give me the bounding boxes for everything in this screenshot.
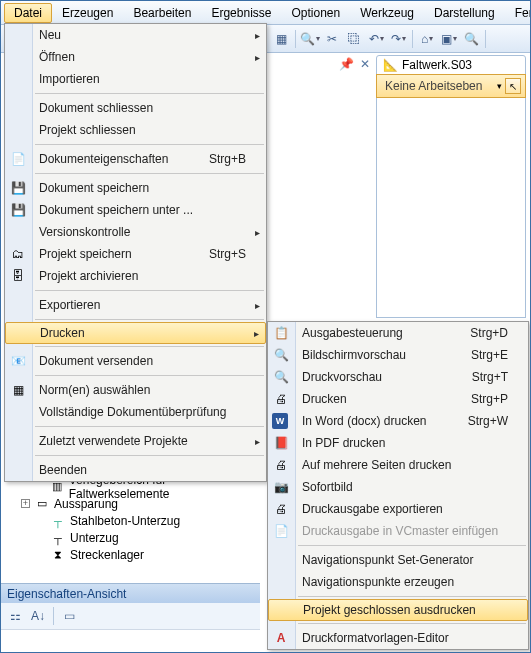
- file-menu: Neu▸ Öffnen▸ Importieren Dokument schlie…: [4, 23, 267, 482]
- save-as-icon: 💾: [9, 201, 27, 219]
- line-support-icon: ⧗: [50, 549, 66, 561]
- submenu-navigationspunkte-erzeugen[interactable]: Navigationspunkte erzeugen: [268, 571, 528, 593]
- menu-item-oeffnen[interactable]: Öffnen▸: [5, 46, 266, 68]
- menu-item-zuletzt-verwendete[interactable]: Zuletzt verwendete Projekte▸: [5, 430, 266, 452]
- workplane-selector[interactable]: Keine Arbeitseben ▾ ↖: [376, 74, 526, 98]
- submenu-druckformatvorlagen-editor[interactable]: A Druckformatvorlagen-Editor: [268, 627, 528, 649]
- props-categorize-icon[interactable]: ⚏: [5, 606, 25, 626]
- submenu-arrow-icon: ▸: [255, 436, 260, 447]
- tree-expand-icon[interactable]: +: [21, 499, 30, 508]
- tree-row[interactable]: ┬ Unterzug: [5, 529, 261, 546]
- pdf-icon: 📕: [272, 434, 290, 452]
- submenu-in-pdf-drucken[interactable]: 📕 In PDF drucken: [268, 432, 528, 454]
- menu-item-dokumenteigenschaften[interactable]: 📄 Dokumenteigenschaften Strg+B: [5, 148, 266, 170]
- menu-bearbeiten[interactable]: Bearbeiten: [123, 3, 201, 23]
- output-control-icon: 📋: [272, 324, 290, 342]
- menu-item-normen-auswaehlen[interactable]: ▦ Norm(en) auswählen: [5, 379, 266, 401]
- close-icon[interactable]: ✕: [360, 57, 370, 71]
- workplane-label: Keine Arbeitseben: [381, 79, 497, 93]
- menu-fenster[interactable]: Fenster: [505, 3, 531, 23]
- snapshot-icon: 📷: [272, 478, 290, 496]
- multi-page-icon: 🖨: [272, 456, 290, 474]
- menu-optionen[interactable]: Optionen: [281, 3, 350, 23]
- document-tab[interactable]: 📐 Faltwerk.S03: [376, 55, 526, 75]
- menu-item-projekt-archivieren[interactable]: 🗄 Projekt archivieren: [5, 265, 266, 287]
- send-icon: 📧: [9, 352, 27, 370]
- beam-icon: ┬: [50, 532, 66, 544]
- menu-item-projekt-schliessen[interactable]: Projekt schliessen: [5, 119, 266, 141]
- submenu-arrow-icon: ▸: [255, 227, 260, 238]
- menu-ergebnisse[interactable]: Ergebnisse: [201, 3, 281, 23]
- tree-label: Aussparung: [54, 497, 118, 511]
- menu-item-dokument-speichern[interactable]: 💾 Dokument speichern: [5, 177, 266, 199]
- submenu-arrow-icon: ▸: [255, 30, 260, 41]
- submenu-drucken[interactable]: 🖨 Drucken Strg+P: [268, 388, 528, 410]
- template-editor-icon: A: [272, 629, 290, 647]
- menu-item-dokument-speichern-unter[interactable]: 💾 Dokument speichern unter ...: [5, 199, 266, 221]
- menu-item-drucken[interactable]: Drucken▸: [5, 322, 266, 344]
- tree-row[interactable]: ⧗ Streckenlager: [5, 546, 261, 563]
- save-icon: 💾: [9, 179, 27, 197]
- tree-row[interactable]: ┬ Stahlbeton-Unterzug: [5, 512, 261, 529]
- submenu-sofortbild[interactable]: 📷 Sofortbild: [268, 476, 528, 498]
- submenu-auf-mehrere-seiten[interactable]: 🖨 Auf mehrere Seiten drucken: [268, 454, 528, 476]
- pin-icon[interactable]: 📌: [339, 57, 354, 71]
- properties-body: [1, 629, 260, 652]
- menu-darstellung[interactable]: Darstellung: [424, 3, 505, 23]
- print-submenu: 📋 Ausgabesteuerung Strg+D 🔍 Bildschirmvo…: [267, 321, 529, 650]
- properties-panel-title: Eigenschaften-Ansicht: [1, 583, 260, 605]
- chevron-down-icon: ▾: [497, 81, 502, 91]
- menu-item-neu[interactable]: Neu▸: [5, 24, 266, 46]
- norm-icon: ▦: [9, 381, 27, 399]
- printer-icon: 🖨: [272, 390, 290, 408]
- submenu-druckausgabe-vcmaster: 📄 Druckausgabe in VCmaster einfügen: [268, 520, 528, 542]
- menu-item-dokument-versenden[interactable]: 📧 Dokument versenden: [5, 350, 266, 372]
- export-print-icon: 🖨: [272, 500, 290, 518]
- area-icon: ▥: [50, 481, 65, 493]
- submenu-navigationspunkt-set[interactable]: Navigationspunkt Set-Generator: [268, 549, 528, 571]
- menu-item-dokument-schliessen[interactable]: Dokument schliessen: [5, 97, 266, 119]
- print-preview-icon: 🔍: [272, 368, 290, 386]
- submenu-bildschirmvorschau[interactable]: 🔍 Bildschirmvorschau Strg+E: [268, 344, 528, 366]
- vcmaster-icon: 📄: [272, 522, 290, 540]
- toolbar-home-icon[interactable]: ⌂: [417, 29, 437, 49]
- props-page-icon[interactable]: ▭: [59, 606, 79, 626]
- toolbar-copy-icon[interactable]: ⿻: [344, 29, 364, 49]
- menu-item-projekt-speichern[interactable]: 🗂 Projekt speichern Strg+S: [5, 243, 266, 265]
- toolbar-search-icon[interactable]: 🔍: [461, 29, 481, 49]
- menu-item-importieren[interactable]: Importieren: [5, 68, 266, 90]
- submenu-ausgabesteuerung[interactable]: 📋 Ausgabesteuerung Strg+D: [268, 322, 528, 344]
- submenu-arrow-icon: ▸: [255, 300, 260, 311]
- submenu-arrow-icon: ▸: [254, 328, 259, 339]
- toolbar-cut-icon[interactable]: ✂: [322, 29, 342, 49]
- submenu-druckvorschau[interactable]: 🔍 Druckvorschau Strg+T: [268, 366, 528, 388]
- toolbar-undo-icon[interactable]: ↶: [366, 29, 386, 49]
- toolbar-redo-icon[interactable]: ↷: [388, 29, 408, 49]
- toolbar-zoom-in-icon[interactable]: 🔍: [300, 29, 320, 49]
- menubar: Datei Erzeugen Bearbeiten Ergebnisse Opt…: [1, 1, 530, 25]
- submenu-in-word-drucken[interactable]: W In Word (docx) drucken Strg+W: [268, 410, 528, 432]
- opening-icon: ▭: [34, 498, 50, 510]
- cursor-tool-button[interactable]: ↖: [505, 78, 521, 94]
- menu-item-exportieren[interactable]: Exportieren▸: [5, 294, 266, 316]
- props-sort-icon[interactable]: A↓: [28, 606, 48, 626]
- panel-controls: 📌 ✕: [339, 57, 370, 71]
- toolbar-view-icon[interactable]: ▣: [439, 29, 459, 49]
- menu-erzeugen[interactable]: Erzeugen: [52, 3, 123, 23]
- menu-item-versionskontrolle[interactable]: Versionskontrolle▸: [5, 221, 266, 243]
- menu-item-vollstaendige-dok[interactable]: Vollständige Dokumentüberprüfung: [5, 401, 266, 423]
- menu-datei[interactable]: Datei: [4, 3, 52, 23]
- submenu-projekt-geschlossen-ausdrucken[interactable]: Projekt geschlossen ausdrucken: [268, 599, 528, 621]
- beam-icon: ┬: [50, 515, 66, 527]
- menu-werkzeug[interactable]: Werkzeug: [350, 3, 424, 23]
- submenu-druckausgabe-exportieren[interactable]: 🖨 Druckausgabe exportieren: [268, 498, 528, 520]
- properties-toolbar: ⚏ A↓ ▭: [1, 603, 260, 629]
- properties-icon: 📄: [9, 150, 27, 168]
- document-canvas[interactable]: [376, 98, 526, 318]
- tree-label: Streckenlager: [70, 548, 144, 562]
- toolbar-grid-icon[interactable]: ▦: [271, 29, 291, 49]
- submenu-arrow-icon: ▸: [255, 52, 260, 63]
- menu-item-beenden[interactable]: Beenden: [5, 459, 266, 481]
- word-icon: W: [272, 413, 288, 429]
- archive-icon: 🗄: [9, 267, 27, 285]
